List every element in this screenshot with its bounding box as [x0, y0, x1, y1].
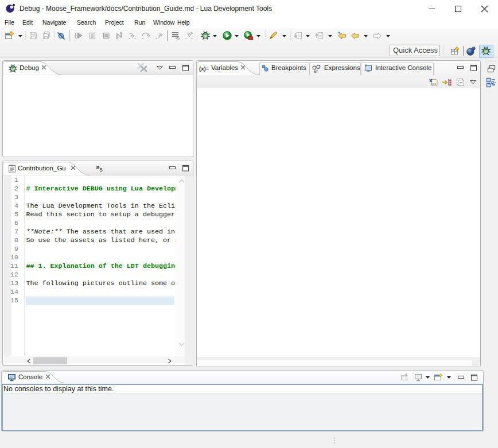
svg-text:x=: x=	[314, 69, 318, 73]
